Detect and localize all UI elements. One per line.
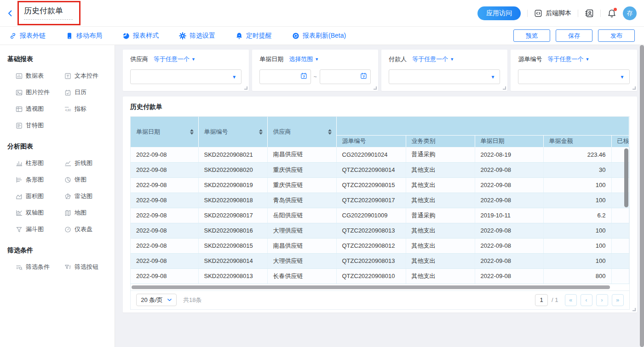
page-size-select[interactable]: 20 条/页	[136, 294, 177, 306]
report-title[interactable]: 历史付款单	[24, 6, 73, 16]
sort-icon[interactable]	[259, 129, 263, 135]
publish-button[interactable]: 发布	[598, 29, 635, 42]
table-row[interactable]: 2022-09-08SKD20220908014大理供应链QTZC2022090…	[131, 253, 629, 268]
resize-handle[interactable]	[374, 86, 377, 90]
tab-filter-settings[interactable]: 筛选设置	[179, 32, 215, 40]
address-book-icon[interactable]	[585, 9, 594, 18]
tab-report-external-link[interactable]: 报表外链	[9, 32, 46, 40]
sidebar-item-pie-chart[interactable]: 饼图	[64, 176, 115, 184]
table-vertical-scrollbar[interactable]	[624, 148, 628, 207]
table-row[interactable]: 2022-09-08SKD20220908013长春供应链QTZC2022090…	[131, 268, 629, 284]
backend-script-label: 后端脚本	[546, 9, 571, 17]
widget-sidebar: 基础报表 数据表 文本控件 图片控件	[0, 45, 115, 347]
date-range-separator: ~	[314, 74, 317, 80]
sidebar-item-filter-condition[interactable]: 筛选条件	[16, 263, 64, 271]
column-header-written-off[interactable]: 已核销	[611, 135, 629, 147]
app-access-button[interactable]: 应用访问	[477, 6, 521, 20]
dual-axis-chart-icon	[16, 210, 23, 216]
calendar-icon	[300, 73, 307, 81]
date-end-input[interactable]	[320, 69, 371, 84]
pie-style-icon	[122, 32, 130, 40]
area-chart-icon	[16, 193, 23, 200]
sidebar-item-indicator[interactable]: 4,80 指标	[64, 105, 115, 113]
total-pages-label: / 1	[552, 296, 558, 303]
next-page-button[interactable]: ›	[596, 294, 608, 306]
tab-scheduled-reminder[interactable]: 定时提醒	[236, 32, 272, 40]
sidebar-item-filter-button[interactable]: 筛选按钮	[64, 263, 115, 271]
table-horizontal-scrollbar[interactable]	[132, 285, 610, 289]
filter-condition-dropdown[interactable]: 等于任意一个▼	[547, 55, 589, 63]
filter-button-icon	[64, 264, 71, 271]
table-widget[interactable]: 历史付款单 单据日期 单据编号 供应商	[123, 97, 637, 313]
table-row[interactable]: 2022-09-08SKD20220908016大理供应链QTZC2022090…	[131, 223, 629, 238]
sidebar-item-text-widget[interactable]: 文本控件	[64, 72, 115, 80]
sidebar-item-data-table[interactable]: 数据表	[16, 72, 64, 80]
column-header-doc-number[interactable]: 单据编号	[198, 117, 267, 147]
sidebar-item-image-widget[interactable]: 图片控件	[16, 88, 64, 97]
current-page-input[interactable]: 1	[535, 294, 548, 306]
last-page-button[interactable]: »	[612, 294, 624, 306]
sidebar-item-pivot-table[interactable]: 透视图	[16, 105, 64, 113]
column-header-business-type[interactable]: 业务类别	[406, 135, 475, 147]
payer-select[interactable]: ▼	[389, 69, 500, 84]
preview-button[interactable]: 预览	[513, 29, 550, 42]
table-row[interactable]: 2022-09-08SKD20220908018青岛供应链QTZC2022090…	[131, 193, 629, 208]
filter-condition-icon	[16, 264, 23, 271]
section-filter-conditions: 筛选条件 筛选条件 筛选按钮	[7, 246, 115, 271]
sort-icon[interactable]	[190, 129, 194, 135]
table-hscroll-track	[131, 284, 629, 290]
sidebar-item-map[interactable]: 地图	[64, 209, 115, 217]
table-row[interactable]: 2022-09-08SKD20220908017岳阳供应链CG202209010…	[131, 208, 629, 223]
sidebar-item-funnel-chart[interactable]: 漏斗图	[16, 225, 64, 233]
tab-report-refresh[interactable]: 报表刷新(Beta)	[292, 32, 346, 40]
first-page-button[interactable]: «	[565, 294, 577, 306]
table-row[interactable]: 2022-09-08SKD20220908015南昌供应链QTZC2022090…	[131, 238, 629, 253]
notification-bell-icon[interactable]	[607, 9, 616, 18]
supplier-select[interactable]: ▼	[130, 69, 242, 84]
sidebar-item-calendar[interactable]: 日历	[64, 88, 115, 97]
source-document-number-select[interactable]: ▼	[518, 69, 629, 84]
column-header-supplier[interactable]: 供应商	[267, 117, 336, 147]
filter-widget-payer[interactable]: 付款人 等于任意一个▼ ▼	[381, 50, 507, 91]
table-row[interactable]: 2022-09-08SKD20220908021南昌供应链CG202209010…	[131, 147, 629, 162]
sidebar-item-bar-chart[interactable]: 条形图	[16, 176, 64, 184]
column-header-amount[interactable]: 单据金额	[543, 135, 611, 147]
tab-report-style[interactable]: 报表样式	[122, 32, 159, 40]
sidebar-item-gauge[interactable]: 仪表盘	[64, 225, 115, 233]
table-row[interactable]: 2022-09-08SKD20220908019重庆供应链QTZC2022090…	[131, 177, 629, 193]
table-row[interactable]: 2022-09-08SKD20220908020重庆供应链QTZC2022090…	[131, 162, 629, 177]
title-edit-underline	[24, 19, 73, 20]
filter-condition-dropdown[interactable]: 等于任意一个▼	[412, 55, 454, 63]
backend-script-button[interactable]: 后端脚本	[534, 9, 571, 17]
page-scrollbar[interactable]	[640, 45, 644, 347]
filter-widget-supplier[interactable]: 供应商 等于任意一个▼ ▼	[123, 50, 249, 91]
sidebar-item-area-chart[interactable]: 面积图	[16, 192, 64, 200]
payment-table: 单据日期 单据编号 供应商 源单编号 业务类别 单据日期 单据金额 已核销	[131, 117, 629, 284]
tab-mobile-layout[interactable]: 移动布局	[66, 32, 102, 40]
user-avatar[interactable]: 存	[623, 6, 637, 20]
prev-page-button[interactable]: ‹	[581, 294, 592, 306]
resize-handle[interactable]	[503, 86, 506, 90]
notification-dot	[614, 8, 617, 11]
column-header-source-date[interactable]: 单据日期	[475, 135, 543, 147]
filter-condition-dropdown[interactable]: 选择范围▼	[289, 55, 319, 63]
filter-widget-source-document-number[interactable]: 源单编号 等于任意一个▼ ▼	[511, 50, 637, 91]
chevron-down-icon	[167, 297, 172, 302]
column-header-source-number[interactable]: 源单编号	[336, 135, 406, 147]
sidebar-item-line-chart[interactable]: 折线图	[64, 159, 115, 167]
filter-widget-document-date[interactable]: 单据日期 选择范围▼ ~	[252, 50, 378, 91]
sidebar-item-gantt[interactable]: 甘特图	[16, 121, 64, 130]
resize-handle[interactable]	[244, 86, 247, 90]
sort-icon[interactable]	[328, 129, 332, 135]
sidebar-item-radar-chart[interactable]: 雷达图	[64, 192, 115, 200]
column-header-doc-date[interactable]: 单据日期	[131, 117, 198, 147]
sidebar-item-column-chart[interactable]: 柱形图	[16, 159, 64, 167]
save-button[interactable]: 保存	[556, 29, 592, 42]
resize-handle[interactable]	[632, 308, 636, 311]
filter-condition-dropdown[interactable]: 等于任意一个▼	[154, 55, 196, 63]
sidebar-item-dual-axis-chart[interactable]: 双轴图	[16, 209, 64, 217]
resize-handle[interactable]	[632, 86, 636, 90]
date-start-input[interactable]	[259, 69, 311, 84]
back-button[interactable]	[6, 8, 17, 18]
body: 基础报表 数据表 文本控件 图片控件	[0, 45, 644, 347]
